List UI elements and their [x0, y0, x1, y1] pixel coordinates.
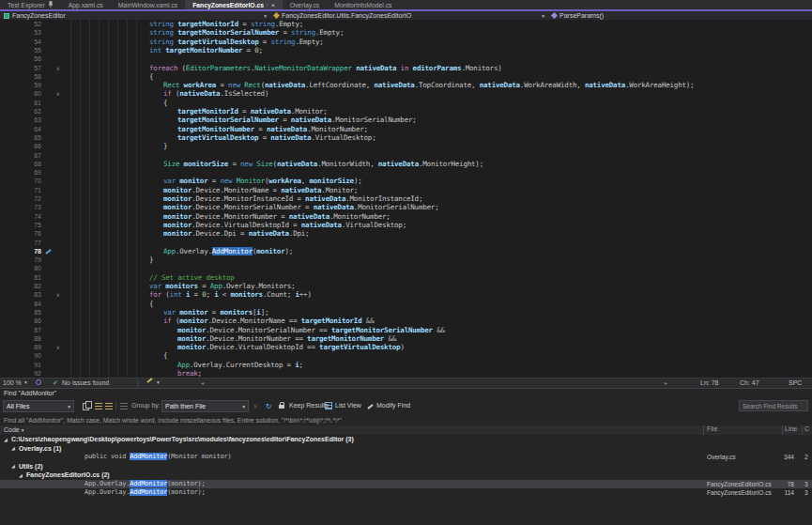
chevron-down-icon[interactable]: ▾ — [24, 379, 27, 385]
tab-test-explorer[interactable]: Test Explorer — [0, 0, 61, 9]
code-line-73[interactable]: 73monitor.Device.MonitorSerialNumber = n… — [0, 203, 812, 211]
code-text: targetMonitorSerialNumber = nativeData.M… — [177, 116, 417, 124]
search-find-results-input[interactable] — [739, 400, 808, 411]
code-line-58[interactable]: 58{ — [0, 72, 812, 81]
code-line-79[interactable]: 79} — [0, 255, 812, 264]
code-line-77[interactable]: 77 — [0, 239, 812, 247]
keep-results-button[interactable]: Keep Results — [289, 402, 329, 409]
code-line-61[interactable]: 61{ — [0, 99, 812, 107]
code-text: } — [163, 142, 167, 150]
code-line-62[interactable]: 62targetMonitorId = nativeData.Monitor; — [0, 107, 812, 116]
results-header-band: Code ▾ File Line C — [0, 425, 812, 435]
line-number: 92 — [0, 369, 41, 378]
code-line-68[interactable]: 68Size monitorSize = new Size(nativeData… — [0, 160, 812, 168]
collapse-all-icon[interactable] — [105, 403, 113, 409]
fold-chevron-icon[interactable]: ∨ — [56, 89, 60, 98]
code-editor[interactable]: 52string targetMonitorId = string.Empty;… — [0, 20, 812, 378]
refresh-icon[interactable]: ↻ — [266, 402, 271, 410]
fold-chevron-icon[interactable]: ∨ — [56, 64, 60, 72]
tab-fancyzoneseditorio-cs[interactable]: FancyZonesEditorIO.cs▫× — [185, 0, 283, 9]
column-header-file[interactable]: File — [707, 425, 717, 432]
code-line-83[interactable]: 83∨for (int i = 0; i < monitors.Count; i… — [0, 290, 812, 299]
code-line-89[interactable]: 89∨monitor.Device.VirtualDesktopId == ta… — [0, 343, 812, 351]
code-text: string targetMonitorId = string.Empty; — [149, 20, 303, 28]
tab-label: MainWindow.xaml.cs — [118, 2, 177, 8]
result-row[interactable]: App.Overlay.AddMonitor(monitor);FancyZon… — [0, 488, 812, 498]
tree-group-row[interactable]: ◢Overlay.cs (1) — [0, 444, 812, 454]
code-line-59[interactable]: 59Rect workArea = new Rect(nativeData.Le… — [0, 81, 812, 89]
fold-chevron-icon[interactable]: ∨ — [56, 343, 60, 351]
code-line-81[interactable]: 81// Set active desktop — [0, 273, 812, 282]
code-line-85[interactable]: 85var monitor = monitors[i]; — [0, 308, 812, 317]
tab-app-xaml-cs[interactable]: App.xaml.cs — [61, 0, 111, 9]
scope-select[interactable]: All Files ▾ — [3, 400, 74, 412]
code-line-53[interactable]: 53string targetMonitorSerialNumber = str… — [0, 28, 812, 37]
health-indicator-icon[interactable] — [36, 379, 41, 385]
copy-icon[interactable] — [83, 403, 89, 410]
scroll-right-icon[interactable]: ▸ — [665, 379, 667, 386]
line-number: 64 — [0, 125, 41, 133]
result-row[interactable]: App.Overlay.AddMonitor(monitor);FancyZon… — [0, 480, 812, 489]
code-line-90[interactable]: 90{ — [0, 351, 812, 360]
column-header-line[interactable]: Line — [785, 425, 797, 432]
line-number: 60 — [0, 89, 41, 98]
tab-monitorinfomodel-cs[interactable]: MonitorInfoModel.cs — [327, 0, 399, 9]
code-line-60[interactable]: 60∨if (nativeData.IsSelected) — [0, 89, 812, 98]
list-view-icon[interactable] — [325, 402, 332, 409]
space-mode-indicator[interactable]: SPC — [789, 379, 802, 386]
code-line-54[interactable]: 54string targetVirtualDesktop = string.E… — [0, 38, 812, 46]
code-line-65[interactable]: 65targetVirtualDesktop = nativeData.Virt… — [0, 133, 812, 142]
code-line-86[interactable]: 86if (monitor.Device.MonitorName == targ… — [0, 317, 812, 325]
code-line-69[interactable]: 69 — [0, 168, 812, 177]
code-line-84[interactable]: 84{ — [0, 300, 812, 308]
code-line-55[interactable]: 55int targetMonitorNumber = 0; — [0, 46, 812, 54]
code-line-78[interactable]: 78App.Overlay.AddMonitor(monitor); — [0, 247, 812, 255]
expand-all-icon[interactable] — [95, 403, 102, 409]
code-line-67[interactable]: 67 — [0, 151, 812, 160]
modify-find-button[interactable]: Modify Find — [376, 402, 410, 409]
code-line-66[interactable]: 66} — [0, 142, 812, 150]
code-line-76[interactable]: 76monitor.Device.Dpi = nativeData.Dpi; — [0, 229, 812, 238]
group-by-select[interactable]: Path then File ▾ — [161, 400, 249, 412]
code-line-91[interactable]: 91App.Overlay.CurrentDesktop = i; — [0, 361, 812, 369]
close-icon[interactable]: × — [271, 2, 275, 8]
list-view-button[interactable]: List View — [335, 402, 361, 409]
code-line-80[interactable]: 80 — [0, 264, 812, 272]
tree-group-row[interactable]: ◢C:\Users\zhaopengwang\Desktop\powertoys… — [0, 435, 812, 444]
code-line-88[interactable]: 88monitor.Device.MonitorNumber == target… — [0, 334, 812, 343]
result-row[interactable]: public void AddMonitor(Monitor monitor)O… — [0, 453, 812, 462]
zoom-level[interactable]: 100 % — [3, 379, 22, 386]
tab-overlay-cs[interactable]: Overlay.cs — [283, 0, 328, 9]
view-mode-select[interactable]: Code ▾ — [4, 426, 23, 433]
column-header-col[interactable]: C — [804, 425, 809, 432]
line-number: 71 — [0, 186, 41, 194]
edit-pencil-icon[interactable] — [146, 378, 153, 383]
code-line-87[interactable]: 87monitor.Device.MonitorSerialNumber == … — [0, 326, 812, 334]
method-icon — [551, 12, 558, 19]
tab-mainwindow-xaml-cs[interactable]: MainWindow.xaml.cs — [111, 0, 185, 9]
code-line-72[interactable]: 72monitor.Device.MonitorInstanceId = nat… — [0, 194, 812, 203]
project-dropdown[interactable]: FancyZonesEditor ▾ — [0, 11, 270, 20]
modify-find-pencil-icon[interactable] — [367, 404, 374, 409]
lock-icon[interactable] — [279, 405, 284, 409]
fold-chevron-icon[interactable]: ∨ — [56, 290, 60, 299]
issues-status[interactable]: No issues found — [62, 379, 109, 386]
code-line-92[interactable]: 92break; — [0, 369, 812, 378]
code-line-63[interactable]: 63targetMonitorSerialNumber = nativeData… — [0, 116, 812, 124]
pin-icon[interactable] — [48, 1, 54, 9]
chevron-down-icon[interactable]: ▾ — [157, 379, 160, 385]
code-line-82[interactable]: 82var monitors = App.Overlay.Monitors; — [0, 282, 812, 290]
code-line-71[interactable]: 71monitor.Device.MonitorName = nativeDat… — [0, 186, 812, 194]
member-dropdown[interactable]: ParseParams() — [548, 11, 812, 20]
type-dropdown[interactable]: FancyZonesEditor.Utils.FancyZonesEditorI… — [270, 11, 548, 20]
code-line-56[interactable]: 56 — [0, 54, 812, 63]
code-line-52[interactable]: 52string targetMonitorId = string.Empty; — [0, 20, 812, 28]
code-line-75[interactable]: 75monitor.Device.VirtualDesktopId = nati… — [0, 221, 812, 229]
code-line-74[interactable]: 74monitor.Device.MonitorNumber = nativeD… — [0, 212, 812, 221]
tree-group-row[interactable]: ◢FancyZonesEditorIO.cs (2) — [0, 471, 812, 480]
code-line-57[interactable]: 57∨foreach (EditorParameters.NativeMonit… — [0, 64, 812, 72]
tree-group-row[interactable]: ◢Utils (2) — [0, 462, 812, 471]
scroll-left-icon[interactable]: ◂ — [201, 379, 204, 386]
code-line-64[interactable]: 64targetMonitorNumber = nativeData.Monit… — [0, 125, 812, 133]
code-line-70[interactable]: 70var monitor = new Monitor(workArea, mo… — [0, 177, 812, 185]
